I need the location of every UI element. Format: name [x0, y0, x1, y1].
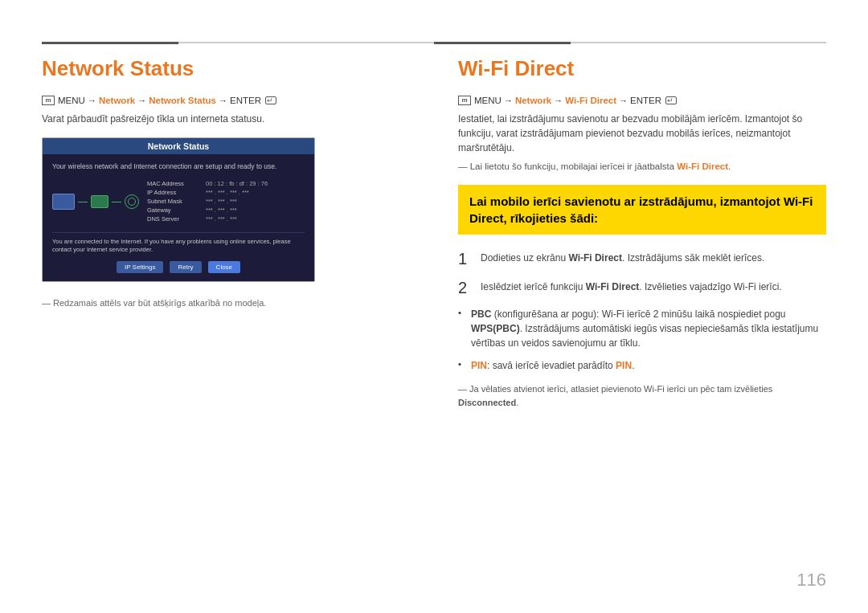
- wifi-note: — Lai lietotu šo funkciju, mobilajai ier…: [458, 160, 826, 174]
- subnet-row: Subnet Mask *** . *** . ***: [147, 198, 268, 205]
- step-1-number: 1: [458, 249, 471, 268]
- pbc-label: PBC: [471, 309, 491, 320]
- menu-label: MENU: [58, 96, 85, 105]
- bullet-pin: • PIN: savā ierīcē ievadiet parādīto PIN…: [458, 357, 826, 373]
- pin-label: PIN: [471, 360, 487, 371]
- gateway-label: Gateway: [147, 206, 199, 214]
- right-menu-icon: m: [458, 96, 471, 105]
- disconnected-note: — Ja vēlaties atvienot ierīci, atlasiet …: [458, 382, 826, 409]
- ip-row: IP Address *** . *** . *** . ***: [147, 189, 268, 196]
- screen-header: Network Status: [43, 138, 314, 154]
- left-section-title: Network Status: [42, 56, 410, 81]
- highlighted-box: Lai mobilo ierīci savienotu ar izstrādāj…: [458, 185, 826, 235]
- right-enter-label: ENTER: [630, 96, 661, 105]
- screen-top-text: Your wireless network and Internet conne…: [52, 162, 305, 172]
- step-2: 2 Ieslēdziet ierīcē funkciju Wi-Fi Direc…: [458, 278, 826, 297]
- globe-icon: [125, 194, 139, 209]
- pin-value: PIN: [616, 360, 632, 371]
- right-column: Wi-Fi Direct m MENU → Network → Wi-Fi Di…: [458, 48, 826, 581]
- right-network-link: Network: [515, 96, 551, 105]
- enter-icon: [265, 96, 276, 104]
- step-1-text: Dodieties uz ekrānu Wi-Fi Direct. Izstrā…: [481, 249, 764, 265]
- left-section-divider: [42, 42, 178, 44]
- screen-mockup: Network Status Your wireless network and…: [42, 137, 315, 282]
- screen-icon-area: [52, 194, 139, 210]
- screen-buttons: IP Settings Retry Close: [52, 261, 305, 273]
- wifi-direct-bold: Wi-Fi Direct: [677, 161, 728, 171]
- bullet-pin-text: PIN: savā ierīcē ievadiet parādīto PIN.: [471, 357, 634, 373]
- bullet-dot-1: •: [458, 306, 465, 350]
- ip-settings-button[interactable]: IP Settings: [117, 261, 164, 273]
- step-2-number: 2: [458, 278, 471, 297]
- mac-value: 00 : 12 : fb : df : 29 : 76: [206, 180, 268, 187]
- step-1: 1 Dodieties uz ekrānu Wi-Fi Direct. Izst…: [458, 249, 826, 268]
- right-enter-icon: [665, 96, 677, 104]
- gateway-row: Gateway *** . *** . ***: [147, 206, 268, 214]
- right-section-divider: [434, 42, 571, 44]
- left-menu-path: m MENU → Network → Network Status → ENTE…: [42, 96, 410, 105]
- arrow-1: →: [88, 96, 96, 105]
- arrow-3: →: [219, 96, 227, 105]
- mac-row: MAC Address 00 : 12 : fb : df : 29 : 76: [147, 180, 268, 187]
- right-arrow-1: →: [504, 96, 513, 105]
- subnet-label: Subnet Mask: [147, 198, 199, 205]
- step-1-bold: Wi-Fi Direct: [568, 252, 622, 264]
- router-icon: [91, 195, 108, 208]
- bullet-pbc: • PBC (konfigurēšana ar pogu): Wi-Fi ier…: [458, 305, 826, 350]
- connector-1: [78, 202, 88, 203]
- right-arrow-2: →: [554, 96, 563, 105]
- page-number: 116: [796, 570, 826, 591]
- right-menu-path: m MENU → Network → Wi-Fi Direct → ENTER: [458, 96, 826, 105]
- ip-value: *** . *** . *** . ***: [206, 189, 249, 196]
- ip-label: IP Address: [147, 189, 199, 196]
- wifi-direct-link: Wi-Fi Direct: [565, 96, 616, 105]
- step-2-text: Ieslēdziet ierīcē funkciju Wi-Fi Direct.…: [481, 278, 782, 294]
- left-footnote: Redzamais attēls var būt atšķirīgs atkar…: [42, 296, 410, 310]
- left-column: Network Status m MENU → Network → Networ…: [42, 48, 410, 581]
- tv-icon: [52, 194, 75, 210]
- right-section-title: Wi-Fi Direct: [458, 56, 826, 81]
- enter-label: ENTER: [230, 96, 261, 105]
- steps-list: 1 Dodieties uz ekrānu Wi-Fi Direct. Izst…: [458, 249, 826, 297]
- dns-label: DNS Server: [147, 215, 199, 223]
- retry-button[interactable]: Retry: [170, 261, 201, 273]
- close-button[interactable]: Close: [208, 261, 240, 273]
- bullet-list: • PBC (konfigurēšana ar pogu): Wi-Fi ier…: [458, 305, 826, 373]
- connector-2: [112, 202, 121, 203]
- mac-label: MAC Address: [147, 180, 199, 187]
- network-status-link: Network Status: [149, 96, 216, 105]
- screen-content-row: MAC Address 00 : 12 : fb : df : 29 : 76 …: [52, 180, 305, 224]
- wps-pbc-label: WPS(PBC): [471, 323, 520, 334]
- right-intro-text: Iestatiet, lai izstrādājumu savienotu ar…: [458, 112, 826, 155]
- screen-bottom-text: You are connected to the Internet. If yo…: [52, 232, 305, 255]
- arrow-2: →: [137, 96, 146, 105]
- right-arrow-3: →: [619, 96, 628, 105]
- disconnected-bold: Disconnected: [458, 398, 516, 407]
- left-description: Varat pārbaudīt pašreizējo tīkla un inte…: [42, 112, 410, 126]
- screen-body: Your wireless network and Internet conne…: [43, 154, 314, 281]
- dns-value: *** . *** . ***: [206, 215, 237, 223]
- bullet-pbc-text: PBC (konfigurēšana ar pogu): Wi-Fi ierīc…: [471, 305, 826, 350]
- step-2-bold: Wi-Fi Direct: [586, 281, 640, 292]
- menu-icon: m: [42, 96, 55, 105]
- gateway-value: *** . *** . ***: [206, 206, 237, 214]
- network-link: Network: [99, 96, 135, 105]
- dns-row: DNS Server *** . *** . ***: [147, 215, 268, 223]
- network-info-table: MAC Address 00 : 12 : fb : df : 29 : 76 …: [147, 180, 268, 224]
- right-menu-label: MENU: [474, 96, 502, 105]
- bullet-dot-2: •: [458, 358, 465, 373]
- subnet-value: *** . *** . ***: [206, 198, 237, 205]
